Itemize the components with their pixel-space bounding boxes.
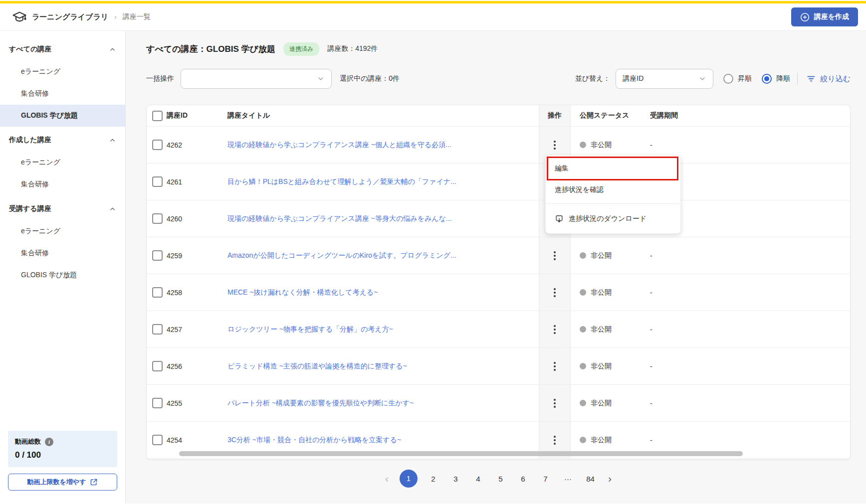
course-title-link[interactable]: パレート分析 ~構成要素の影響を優先順位や判断に生かす~	[227, 399, 414, 408]
video-total-value: 0 / 100	[15, 450, 110, 460]
course-count: 講座数：4192件	[327, 44, 378, 53]
course-id: 4262	[167, 127, 216, 163]
course-title-link[interactable]: 目から鱗！PLはBSと組み合わせて理解しよう／鷲巣大輔の「ファイナ...	[227, 177, 456, 186]
row-checkbox[interactable]	[152, 140, 163, 150]
sidebar-section: すべての講座eラーニング集合研修GLOBIS 学び放題	[0, 38, 125, 127]
context-menu-item[interactable]: 進捗状況のダウンロード	[546, 207, 680, 230]
status-label: 非公開	[591, 288, 612, 297]
kebab-menu-icon[interactable]	[549, 247, 561, 265]
select-all-checkbox[interactable]	[152, 111, 163, 121]
pagination-page[interactable]: 1	[400, 470, 418, 488]
bulk-action-label: 一括操作	[146, 74, 174, 83]
menu-divider	[546, 203, 680, 204]
chevron-up-icon	[109, 137, 116, 144]
pagination-page[interactable]: 4	[471, 475, 485, 483]
kebab-menu-icon[interactable]	[549, 321, 561, 338]
status-dot-icon	[580, 289, 586, 296]
sidebar-section-header[interactable]: 作成した講座	[0, 129, 125, 152]
kebab-menu-icon[interactable]	[549, 284, 561, 302]
row-checkbox[interactable]	[152, 435, 163, 445]
sidebar-item[interactable]: 集合研修	[0, 83, 125, 105]
table-row: 4259 Amazonが公開したコーディングツールのKiroを試す。プログラミン…	[147, 237, 850, 274]
pagination-page[interactable]: 6	[516, 475, 530, 483]
pagination-page[interactable]: 5	[494, 475, 507, 483]
sync-status-badge: 連携済み	[283, 42, 319, 56]
sidebar-item[interactable]: eラーニング	[0, 152, 125, 173]
sidebar-item[interactable]: eラーニング	[0, 220, 125, 242]
table-row: 4258 MECE ~抜け漏れなく分解・構造化して考える~ 非公開 -	[147, 274, 850, 311]
filter-button[interactable]: 絞り込む	[807, 74, 851, 84]
course-title-link[interactable]: 3C分析 ~市場・競合・自社の分析から戦略を立案する~	[227, 436, 401, 445]
pagination-page[interactable]: 7	[539, 475, 552, 483]
row-checkbox[interactable]	[152, 361, 163, 371]
table-row: 4262 現場の経験値から学ぶコンプライアンス講座 ~個人と組織を守る必須...…	[147, 127, 850, 164]
sidebar-item[interactable]: 集合研修	[0, 242, 125, 264]
toolbar-divider	[797, 73, 798, 85]
sidebar-section: 受講する講座eラーニング集合研修GLOBIS 学び放題	[0, 197, 125, 286]
course-title-link[interactable]: ピラミッド構造 ~主張の筋道や論拠を構造的に整理する~	[227, 362, 407, 371]
status-label: 非公開	[591, 436, 612, 445]
course-title-link[interactable]: 現場の経験値から学ぶコンプライアンス講座 ~個人と組織を守る必須...	[227, 141, 451, 150]
radio-desc-icon[interactable]	[762, 74, 772, 84]
course-id: 4255	[167, 385, 216, 421]
sort-select[interactable]: 講座ID	[616, 69, 713, 89]
increase-video-limit-button[interactable]: 動画上限数を増やす	[8, 474, 117, 491]
sidebar-item[interactable]: eラーニング	[0, 61, 125, 83]
row-checkbox[interactable]	[152, 176, 163, 187]
sidebar-section-label: 受講する講座	[9, 204, 51, 213]
course-title-link[interactable]: 現場の経験値から学ぶコンプライアンス講座 ~等身大の悩みをみんな...	[227, 214, 452, 223]
kebab-menu-icon[interactable]	[549, 357, 561, 375]
column-header-period: 受講期間	[642, 105, 850, 126]
table-row: 4256 ピラミッド構造 ~主張の筋道や論拠を構造的に整理する~ 非公開 -	[147, 348, 850, 385]
sort-order-desc-option[interactable]: 降順	[762, 74, 790, 84]
pagination-page[interactable]: 3	[449, 475, 462, 483]
pagination-prev-icon[interactable]: ‹	[383, 473, 391, 485]
status-dot-icon	[580, 363, 586, 369]
course-title-link[interactable]: ロジックツリー ~物事を把握する「分解」の考え方~	[227, 325, 393, 334]
row-checkbox[interactable]	[152, 324, 163, 335]
pagination-page[interactable]: 84	[584, 475, 597, 483]
pagination-next-icon[interactable]: ›	[606, 473, 614, 485]
row-checkbox[interactable]	[152, 287, 163, 298]
context-menu-item[interactable]: 編集	[546, 157, 680, 180]
sidebar-nav: すべての講座eラーニング集合研修GLOBIS 学び放題作成した講座eラーニング集…	[0, 36, 125, 286]
row-checkbox[interactable]	[152, 250, 163, 261]
context-menu-item-label: 進捗状況を確認	[555, 185, 604, 194]
chevron-down-icon	[698, 75, 706, 83]
kebab-menu-icon[interactable]	[549, 394, 561, 412]
column-header-id: 講座ID	[167, 105, 216, 126]
course-period: -	[642, 385, 850, 421]
sidebar-item[interactable]: GLOBIS 学び放題	[0, 105, 125, 127]
create-course-button[interactable]: 講座を作成	[791, 7, 858, 26]
breadcrumb-current[interactable]: 講座一覧	[123, 12, 151, 21]
pagination-page[interactable]: 2	[427, 475, 440, 483]
status-label: 非公開	[591, 251, 612, 260]
kebab-menu-icon[interactable]	[549, 136, 561, 154]
main-content: すべての講座：GLOBIS 学び放題 連携済み 講座数：4192件 一括操作 選…	[126, 31, 866, 504]
context-menu-item-label: 進捗状況のダウンロード	[569, 214, 647, 223]
course-table: 講座ID 講座タイトル 操作 公開ステータス 受講期間 4262 現場の経験値か…	[146, 105, 851, 460]
horizontal-scrollbar[interactable]	[179, 451, 743, 456]
column-header-status: 公開ステータス	[571, 105, 642, 126]
context-menu-item[interactable]: 進捗状況を確認	[546, 180, 680, 200]
info-icon[interactable]: i	[45, 438, 53, 446]
sidebar-section-header[interactable]: すべての講座	[0, 38, 125, 61]
table-row: 4261 目から鱗！PLはBSと組み合わせて理解しよう／鷲巣大輔の「ファイナ..…	[147, 164, 850, 200]
course-id: 4261	[167, 164, 216, 200]
kebab-menu-icon[interactable]	[549, 431, 561, 449]
sidebar-section-header[interactable]: 受講する講座	[0, 197, 125, 220]
bulk-action-select[interactable]	[181, 69, 332, 89]
course-title-link[interactable]: MECE ~抜け漏れなく分解・構造化して考える~	[227, 288, 378, 297]
radio-asc-icon[interactable]	[723, 74, 733, 84]
video-total-label: 動画総数	[15, 437, 41, 446]
row-checkbox[interactable]	[152, 398, 163, 408]
sort-order-asc-option[interactable]: 昇順	[723, 74, 752, 84]
course-title-link[interactable]: Amazonが公開したコーディングツールのKiroを試す。プログラミング...	[227, 251, 456, 260]
sidebar-item[interactable]: GLOBIS 学び放題	[0, 264, 125, 286]
row-checkbox[interactable]	[152, 213, 163, 224]
sidebar-item[interactable]: 集合研修	[0, 173, 125, 195]
sort-order-desc-label: 降順	[776, 74, 790, 83]
app-header: ラーニングライブラリ › 講座一覧 講座を作成	[0, 3, 866, 31]
status-dot-icon	[580, 400, 586, 406]
row-context-menu: 編集進捗状況を確認 進捗状況のダウンロード	[545, 155, 681, 234]
